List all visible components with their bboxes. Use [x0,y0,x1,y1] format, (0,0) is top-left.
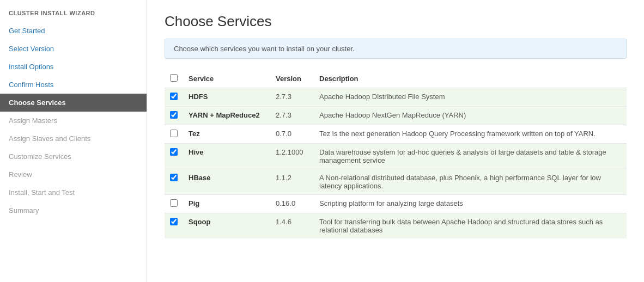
service-name: HDFS [183,88,270,107]
row-checkbox-cell [165,107,183,125]
sidebar: CLUSTER INSTALL WIZARD Get StartedSelect… [0,0,147,282]
service-version: 1.2.1000 [270,144,314,169]
sidebar-item-summary: Summary [0,201,147,219]
service-description: A Non-relational distributed database, p… [314,169,627,195]
row-checkbox-cell [165,169,183,195]
service-checkbox-6[interactable] [170,218,178,225]
services-table: Service Version Description HDFS 2.7.3 A… [165,70,627,238]
sidebar-item-choose-services[interactable]: Choose Services [0,94,147,112]
col-header-version: Version [270,70,314,88]
service-description: Scripting platform for analyzing large d… [314,195,627,213]
sidebar-item-get-started[interactable]: Get Started [0,22,147,40]
table-row: YARN + MapReduce2 2.7.3 Apache Hadoop Ne… [165,107,627,125]
service-name: Hive [183,144,270,169]
table-row: HBase 1.1.2 A Non-relational distributed… [165,169,627,195]
row-checkbox-cell [165,144,183,169]
table-row: Sqoop 1.4.6 Tool for transferring bulk d… [165,213,627,239]
service-version: 0.7.0 [270,125,314,144]
sidebar-item-select-version[interactable]: Select Version [0,40,147,58]
service-version: 0.16.0 [270,195,314,213]
service-checkbox-1[interactable] [170,111,178,119]
table-row: Pig 0.16.0 Scripting platform for analyz… [165,195,627,213]
sidebar-header: CLUSTER INSTALL WIZARD [0,5,147,22]
service-name: Sqoop [183,213,270,239]
service-description: Tool for transferring bulk data between … [314,213,627,239]
table-row: Tez 0.7.0 Tez is the next generation Had… [165,125,627,144]
main-content: Choose Services Choose which services yo… [147,0,644,282]
row-checkbox-cell [165,88,183,107]
service-checkbox-4[interactable] [170,174,178,181]
sidebar-item-install-options[interactable]: Install Options [0,58,147,76]
row-checkbox-cell [165,213,183,239]
service-checkbox-0[interactable] [170,93,178,100]
row-checkbox-cell [165,195,183,213]
col-header-service: Service [183,70,270,88]
service-description: Apache Hadoop NextGen MapReduce (YARN) [314,107,627,125]
sidebar-nav: Get StartedSelect VersionInstall Options… [0,22,147,219]
page-title: Choose Services [165,13,627,30]
table-row: HDFS 2.7.3 Apache Hadoop Distributed Fil… [165,88,627,107]
service-checkbox-3[interactable] [170,148,178,156]
service-name: Pig [183,195,270,213]
sidebar-item-assign-slaves: Assign Slaves and Clients [0,130,147,148]
sidebar-item-assign-masters: Assign Masters [0,112,147,130]
service-name: YARN + MapReduce2 [183,107,270,125]
col-header-checkbox [165,70,183,88]
sidebar-item-customize-services: Customize Services [0,148,147,165]
service-version: 1.4.6 [270,213,314,239]
service-description: Data warehouse system for ad-hoc queries… [314,144,627,169]
service-name: HBase [183,169,270,195]
sidebar-item-confirm-hosts[interactable]: Confirm Hosts [0,76,147,94]
service-description: Apache Hadoop Distributed File System [314,88,627,107]
service-version: 1.1.2 [270,169,314,195]
service-version: 2.7.3 [270,88,314,107]
service-checkbox-5[interactable] [170,199,178,207]
info-banner: Choose which services you want to instal… [165,39,627,59]
service-version: 2.7.3 [270,107,314,125]
service-checkbox-2[interactable] [170,130,178,137]
sidebar-item-install-start-test: Install, Start and Test [0,183,147,201]
select-all-checkbox[interactable] [170,74,178,82]
col-header-description: Description [314,70,627,88]
sidebar-item-review: Review [0,165,147,183]
row-checkbox-cell [165,125,183,144]
service-name: Tez [183,125,270,144]
service-description: Tez is the next generation Hadoop Query … [314,125,627,144]
table-row: Hive 1.2.1000 Data warehouse system for … [165,144,627,169]
services-tbody: HDFS 2.7.3 Apache Hadoop Distributed Fil… [165,88,627,239]
